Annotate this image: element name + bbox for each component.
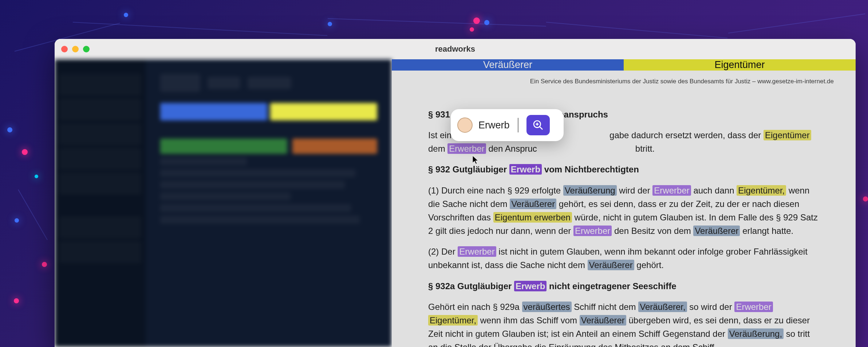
highlighted-term[interactable]: Veräußerer [588,260,634,270]
highlighted-term[interactable]: Erwerber [447,143,486,154]
paragraph: (1) Durch eine nach § 929 erfolgte Veräu… [428,184,819,238]
highlighted-term[interactable]: Eigentümer, [428,315,478,326]
traffic-lights [61,46,90,52]
highlighted-term[interactable]: Erwerber [652,185,691,196]
popup-term-label: Erwerb [478,120,510,131]
highlighted-term[interactable]: Erwerber [458,246,496,257]
section-heading: § 932a Gutgläubiger Erwerb nicht eingetr… [428,279,819,293]
popup-color-swatch[interactable] [457,117,473,133]
paragraph: (2) Der Erwerber ist nicht in gutem Glau… [428,245,819,272]
section-heading: § 932 Gutgläubiger Erwerb vom Nichtberec… [428,163,819,176]
attribution-text: Ein Service des Bundesministeriums der J… [392,71,856,86]
highlighted-term[interactable]: Veräußerer, [638,302,687,312]
zoom-in-button[interactable] [526,115,550,135]
paragraph: Gehört ein nach § 929a veräußertes Schif… [428,300,819,347]
close-window-button[interactable] [61,46,68,52]
minimize-window-button[interactable] [72,46,79,52]
app-window: readworks [55,39,856,347]
highlighted-term[interactable]: Erwerber [734,302,773,312]
tab-veraeusserer[interactable]: Veräußerer [392,59,624,71]
left-blurred-panel [55,59,392,347]
highlighted-term[interactable]: Eigentümer, [737,185,786,196]
highlighted-term[interactable]: Veräußerung, [728,328,784,339]
svg-line-3 [540,127,542,129]
reading-panel: Veräußerer Eigentümer Ein Service des Bu… [392,59,856,347]
titlebar: readworks [55,39,856,59]
highlighted-term[interactable]: Veräußerer [510,199,556,209]
highlighted-term[interactable]: Eigentümer [764,130,811,140]
highlighted-term[interactable]: Veräußerung [563,185,617,196]
term-popup: Erwerb [451,109,564,141]
highlighted-term[interactable]: Erwerber [573,226,612,236]
highlighted-term[interactable]: veräußertes [522,302,572,312]
tab-eigentuemer[interactable]: Eigentümer [624,59,856,71]
zoom-in-icon [532,119,544,131]
highlighted-term[interactable]: Eigentum erwerben [493,212,572,223]
highlighted-term[interactable]: Veräußerer [580,315,626,326]
highlighted-term[interactable]: Veräußerer [693,226,740,236]
highlight-tabs: Veräußerer Eigentümer [392,59,856,71]
popup-divider [518,118,518,132]
window-title: readworks [435,44,475,54]
fullscreen-window-button[interactable] [83,46,90,52]
